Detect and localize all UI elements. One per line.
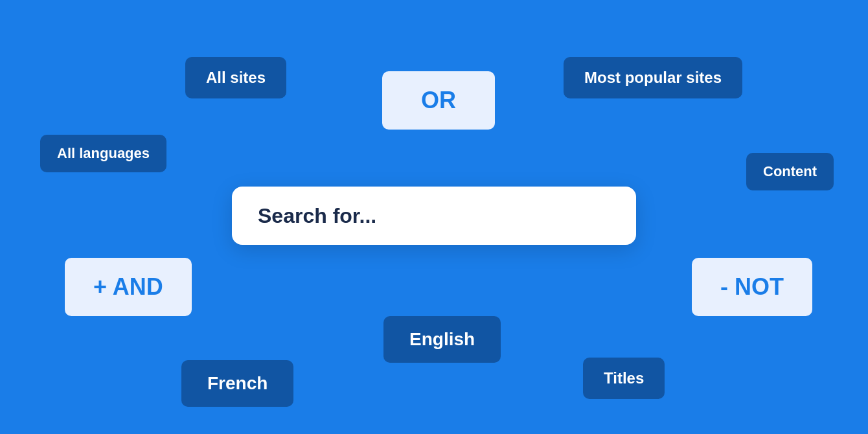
- and-badge[interactable]: + AND: [65, 258, 192, 316]
- english-badge[interactable]: English: [383, 316, 501, 363]
- most-popular-sites-badge[interactable]: Most popular sites: [564, 57, 742, 98]
- french-badge[interactable]: French: [181, 360, 293, 407]
- or-badge[interactable]: OR: [382, 71, 495, 130]
- not-badge[interactable]: - NOT: [692, 258, 812, 316]
- search-placeholder: Search for...: [258, 204, 376, 228]
- all-languages-badge[interactable]: All languages: [40, 135, 166, 172]
- search-bar[interactable]: Search for...: [232, 187, 636, 245]
- all-sites-badge[interactable]: All sites: [185, 57, 286, 98]
- content-badge[interactable]: Content: [746, 153, 834, 190]
- titles-badge[interactable]: Titles: [583, 358, 665, 399]
